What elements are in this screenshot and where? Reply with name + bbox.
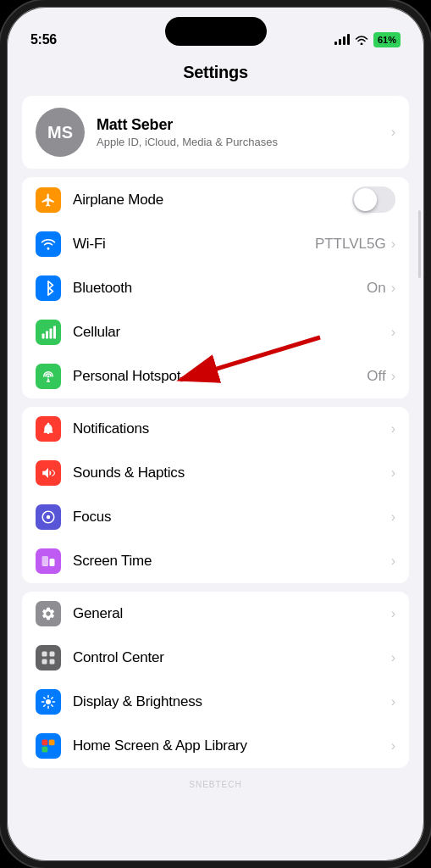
focus-label: Focus	[73, 509, 391, 526]
row-wifi[interactable]: Wi-Fi PTTLVL5G ›	[22, 222, 409, 266]
general-label: General	[73, 605, 391, 622]
display-chevron-icon: ›	[391, 694, 395, 709]
row-bluetooth[interactable]: Bluetooth On ›	[22, 266, 409, 310]
cellular-chevron-icon: ›	[391, 325, 395, 340]
svg-rect-12	[50, 659, 55, 665]
svg-rect-9	[42, 652, 47, 657]
status-time: 5:56	[30, 32, 57, 47]
cellular-icon	[36, 320, 61, 345]
svg-point-4	[47, 376, 50, 378]
section-notifications: Notifications › Sounds & Haptics ›	[22, 407, 409, 583]
row-sounds[interactable]: Sounds & Haptics ›	[22, 451, 409, 495]
notifications-chevron-icon: ›	[391, 421, 395, 437]
controlcenter-icon	[36, 645, 61, 670]
svg-rect-14	[42, 740, 48, 746]
page-title: Settings	[7, 53, 424, 96]
row-airplane[interactable]: Airplane Mode	[22, 177, 409, 222]
row-display[interactable]: Display & Brightness ›	[22, 680, 409, 724]
scroll-area[interactable]: Settings MS Matt Seber Apple ID, iCloud,…	[7, 53, 424, 861]
svg-point-13	[46, 699, 51, 704]
homescreen-chevron-icon: ›	[391, 738, 395, 754]
svg-rect-2	[50, 329, 52, 339]
watermark: SNEBTECH	[7, 776, 424, 793]
homescreen-label: Home Screen & App Library	[73, 737, 391, 754]
homescreen-icon	[36, 733, 61, 759]
svg-rect-7	[50, 559, 55, 566]
profile-name: Matt Seber	[97, 116, 379, 134]
general-icon	[36, 601, 61, 626]
section-connectivity: Airplane Mode Wi-Fi PTTLVL5G ›	[22, 177, 409, 398]
signal-bars-icon	[334, 35, 350, 45]
dynamic-island	[165, 17, 267, 46]
cellular-label: Cellular	[73, 324, 391, 341]
row-controlcenter[interactable]: Control Center ›	[22, 636, 409, 680]
sounds-icon	[36, 460, 61, 486]
hotspot-value: Off	[367, 368, 385, 385]
row-notifications[interactable]: Notifications ›	[22, 407, 409, 451]
profile-row[interactable]: MS Matt Seber Apple ID, iCloud, Media & …	[22, 96, 409, 169]
row-focus[interactable]: Focus ›	[22, 495, 409, 539]
row-general[interactable]: General ›	[22, 592, 409, 636]
screentime-chevron-icon: ›	[391, 554, 395, 569]
notifications-label: Notifications	[73, 420, 391, 437]
profile-info: Matt Seber Apple ID, iCloud, Media & Pur…	[97, 116, 379, 148]
svg-rect-16	[42, 747, 48, 753]
svg-rect-17	[49, 747, 55, 753]
row-hotspot[interactable]: Personal Hotspot Off ›	[22, 354, 409, 398]
bluetooth-label: Bluetooth	[73, 280, 367, 297]
bluetooth-icon	[36, 275, 61, 301]
wifi-icon	[36, 231, 61, 257]
svg-rect-15	[49, 740, 55, 746]
row-homescreen[interactable]: Home Screen & App Library ›	[22, 724, 409, 768]
svg-rect-1	[46, 331, 48, 339]
airplane-mode-toggle[interactable]	[352, 186, 395, 213]
svg-point-5	[47, 515, 51, 520]
svg-rect-8	[44, 565, 47, 567]
scroll-indicator	[418, 210, 421, 278]
svg-rect-10	[50, 652, 55, 657]
svg-rect-0	[42, 334, 45, 339]
hotspot-label: Personal Hotspot	[73, 368, 367, 385]
svg-rect-3	[53, 326, 56, 339]
sounds-chevron-icon: ›	[391, 465, 395, 481]
row-cellular[interactable]: Cellular ›	[22, 310, 409, 354]
display-brightness-label: Display & Brightness	[73, 693, 391, 710]
sounds-label: Sounds & Haptics	[73, 465, 391, 481]
avatar: MS	[36, 108, 85, 157]
row-screentime[interactable]: Screen Time ›	[22, 539, 409, 583]
wifi-status-icon	[355, 35, 368, 45]
profile-subtitle: Apple ID, iCloud, Media & Purchases	[97, 136, 379, 148]
battery-icon: 61%	[373, 32, 401, 47]
focus-icon	[36, 504, 61, 530]
svg-rect-11	[42, 659, 47, 665]
screentime-label: Screen Time	[73, 553, 391, 570]
airplane-mode-label: Airplane Mode	[73, 192, 352, 209]
wifi-chevron-icon: ›	[391, 236, 395, 252]
status-icons: 61%	[334, 32, 401, 47]
general-chevron-icon: ›	[391, 606, 395, 621]
controlcenter-label: Control Center	[73, 649, 391, 666]
hotspot-icon	[36, 364, 61, 389]
controlcenter-chevron-icon: ›	[391, 650, 395, 665]
bluetooth-value: On	[367, 280, 386, 297]
profile-chevron-icon: ›	[391, 125, 395, 140]
hotspot-chevron-icon: ›	[391, 369, 395, 384]
svg-rect-6	[42, 556, 49, 566]
display-icon	[36, 689, 61, 715]
airplane-mode-icon	[36, 187, 61, 213]
bluetooth-chevron-icon: ›	[391, 281, 395, 296]
profile-section: MS Matt Seber Apple ID, iCloud, Media & …	[22, 96, 409, 169]
screentime-icon	[36, 548, 61, 574]
section-general: General › Control Center ›	[22, 592, 409, 768]
wifi-value: PTTLVL5G	[315, 236, 386, 253]
notifications-icon	[36, 416, 61, 442]
wifi-label: Wi-Fi	[73, 236, 315, 253]
phone-frame: 5:56 61% Settings	[0, 0, 431, 868]
focus-chevron-icon: ›	[391, 509, 395, 525]
